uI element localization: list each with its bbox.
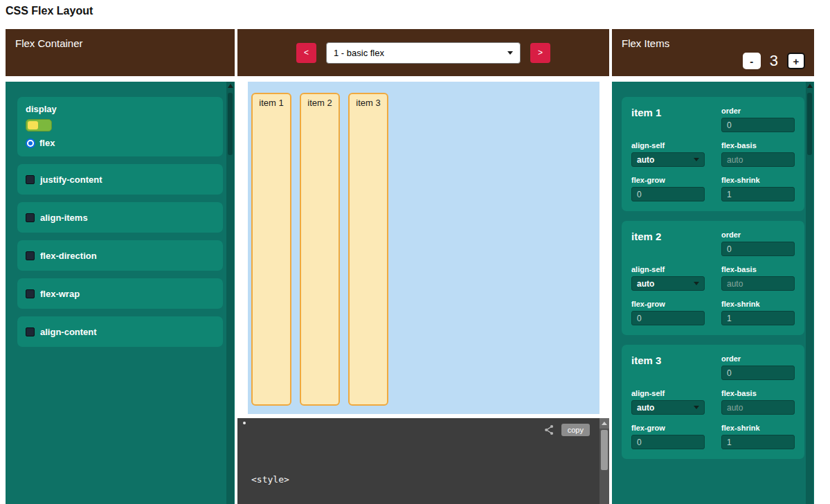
scroll-up-icon — [807, 84, 813, 88]
flex-shrink-field: flex-shrink — [721, 176, 795, 201]
flex-radio[interactable] — [26, 138, 35, 148]
scroll-up-button[interactable] — [599, 418, 609, 429]
chevron-down-icon — [694, 158, 699, 161]
scrollbar-thumb[interactable] — [807, 93, 812, 155]
flex-basis-input[interactable] — [721, 276, 795, 291]
order-label: order — [721, 107, 795, 115]
item-count-controls: - 3 + — [743, 52, 805, 70]
example-select-value: 1 - basic flex — [334, 48, 384, 58]
flex-basis-field: flex-basis — [721, 265, 795, 291]
flex-shrink-input[interactable] — [721, 435, 795, 449]
item-card: item 1 order align-self auto flex-basis … — [622, 97, 804, 211]
flex-shrink-label: flex-shrink — [721, 300, 795, 308]
order-field: order — [721, 107, 795, 132]
scrollbar-thumb[interactable] — [601, 430, 608, 470]
scrollbar-thumb[interactable] — [228, 93, 233, 155]
code-line: <style> — [251, 473, 354, 486]
align-self-label: align-self — [631, 265, 705, 273]
align-content-checkbox[interactable] — [26, 327, 35, 336]
flex-shrink-input[interactable] — [721, 311, 795, 325]
display-label: display — [26, 104, 215, 114]
flex-basis-field: flex-basis — [721, 141, 795, 167]
section-align-items: align-items — [17, 202, 223, 233]
code-scrollbar[interactable] — [599, 418, 609, 504]
item-count: 3 — [770, 52, 778, 70]
add-item-button[interactable]: + — [787, 53, 805, 69]
item-card-title: item 3 — [631, 354, 705, 366]
item-card-title: item 2 — [631, 231, 705, 242]
chevron-down-icon — [507, 51, 513, 55]
radio-dot-icon — [28, 141, 33, 145]
align-items-label: align-items — [40, 213, 88, 223]
order-input[interactable] — [721, 118, 795, 132]
dot — [243, 422, 246, 424]
next-example-button[interactable]: > — [530, 43, 550, 63]
flex-grow-input[interactable] — [631, 435, 705, 449]
display-toggle[interactable] — [26, 119, 52, 132]
align-self-field: align-self auto — [631, 265, 705, 291]
example-select[interactable]: 1 - basic flex — [326, 42, 521, 64]
justify-content-checkbox[interactable] — [26, 175, 35, 184]
flex-basis-input[interactable] — [721, 400, 795, 415]
scroll-up-icon — [228, 84, 233, 88]
flex-shrink-label: flex-shrink — [721, 424, 795, 432]
flex-items-title: Flex Items — [622, 37, 669, 49]
order-field: order — [721, 354, 795, 380]
order-label: order — [721, 231, 795, 239]
flex-shrink-field: flex-shrink — [721, 300, 795, 325]
flex-shrink-input[interactable] — [721, 187, 795, 201]
prev-example-button[interactable]: < — [296, 43, 316, 63]
flex-item: item 3 — [348, 93, 388, 406]
container-panel-scrollbar[interactable] — [226, 82, 234, 504]
flex-basis-input[interactable] — [721, 152, 795, 167]
align-self-label: align-self — [631, 141, 705, 150]
flex-item: item 1 — [251, 93, 291, 406]
remove-item-button[interactable]: - — [743, 53, 761, 69]
items-panel-scrollbar[interactable] — [806, 82, 813, 504]
scroll-up-icon — [602, 422, 607, 425]
order-input[interactable] — [721, 366, 795, 380]
section-flex-wrap: flex-wrap — [17, 278, 223, 309]
page-title: CSS Flex Layout — [6, 5, 93, 17]
share-icon[interactable] — [543, 424, 554, 435]
section-justify-content: justify-content — [17, 164, 223, 195]
flex-items-panel-header: Flex Items - 3 + — [612, 29, 814, 76]
preview-header: < 1 - basic flex > — [237, 29, 609, 76]
align-self-select[interactable]: auto — [631, 152, 705, 167]
flex-basis-label: flex-basis — [721, 141, 795, 150]
flex-grow-input[interactable] — [631, 187, 705, 201]
order-label: order — [721, 354, 795, 363]
flex-direction-checkbox[interactable] — [26, 251, 35, 260]
section-align-content: align-content — [17, 316, 223, 347]
align-self-label: align-self — [631, 389, 705, 397]
flex-grow-label: flex-grow — [631, 300, 705, 308]
flex-shrink-field: flex-shrink — [721, 424, 795, 449]
flex-grow-field: flex-grow — [631, 300, 705, 325]
flex-basis-label: flex-basis — [721, 389, 795, 397]
align-self-select-value: auto — [637, 155, 654, 165]
item-card: item 3 order align-self auto flex-basis … — [622, 345, 804, 459]
item-card: item 2 order align-self auto flex-basis … — [622, 221, 804, 335]
flex-grow-label: flex-grow — [631, 176, 705, 184]
flex-container-title: Flex Container — [15, 37, 83, 49]
flex-item: item 2 — [300, 93, 340, 406]
order-input[interactable] — [721, 242, 795, 256]
chevron-down-icon — [694, 406, 699, 409]
chevron-down-icon — [694, 282, 699, 285]
align-items-checkbox[interactable] — [26, 213, 35, 222]
flex-preview-container: item 1 item 2 item 3 — [248, 82, 599, 414]
code-block: <style> .flex-container { display: flex; — [251, 447, 354, 504]
flex-container-panel: display flex justify-content align-items… — [6, 82, 235, 504]
section-flex-direction: flex-direction — [17, 240, 223, 271]
item-card-title: item 1 — [631, 107, 705, 118]
align-self-field: align-self auto — [631, 141, 705, 167]
copy-button[interactable]: copy — [561, 424, 590, 436]
flex-grow-input[interactable] — [631, 311, 705, 325]
align-self-select[interactable]: auto — [631, 276, 705, 291]
flex-wrap-checkbox[interactable] — [26, 289, 35, 298]
flex-wrap-label: flex-wrap — [40, 289, 80, 299]
code-toolbar: copy — [543, 424, 590, 436]
display-section: display flex — [17, 97, 223, 156]
order-field: order — [721, 231, 795, 256]
align-self-select[interactable]: auto — [631, 400, 705, 415]
